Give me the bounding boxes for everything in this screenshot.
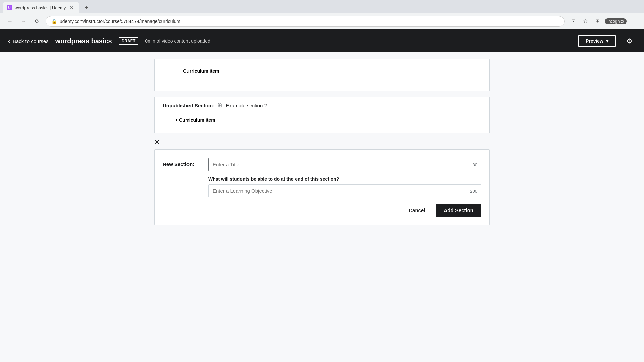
section-2-name: Example section 2 [226, 103, 267, 108]
back-to-courses-link[interactable]: ‹ Back to courses [8, 38, 49, 45]
add-section-label: Add Section [444, 207, 473, 213]
content-wrapper: + Curriculum item Unpublished Section: ⎗… [154, 52, 490, 237]
settings-button[interactable]: ⚙ [623, 34, 636, 48]
section-2-body: + + Curriculum item [155, 114, 489, 133]
menu-icon[interactable]: ⋮ [629, 17, 639, 26]
back-to-courses-label: Back to courses [13, 38, 49, 44]
section-2-card: Unpublished Section: ⎗ Example section 2… [154, 97, 490, 133]
curriculum-item-icon: + [178, 68, 180, 74]
curriculum-item-button-2[interactable]: + + Curriculum item [163, 114, 222, 126]
video-info-text: 0min of video content uploaded [145, 38, 572, 44]
url-text: udemy.com/instructor/course/5784474/mana… [60, 19, 180, 24]
objective-section: What will students be able to do at the … [208, 176, 481, 197]
close-new-section-icon[interactable]: ✕ [154, 139, 160, 145]
profile-icon[interactable]: ⊞ [593, 17, 602, 26]
draft-badge: DRAFT [119, 37, 139, 45]
course-title: wordpress basics [55, 37, 112, 45]
objective-input-wrapper: 200 [208, 184, 481, 197]
preview-chevron-icon: ▾ [606, 38, 608, 44]
cancel-label: Cancel [409, 207, 425, 213]
curriculum-item-button-1[interactable]: + Curriculum item [171, 65, 226, 77]
title-row: New Section: 80 [163, 158, 481, 171]
objective-char-count: 200 [470, 188, 477, 193]
app-header: ‹ Back to courses wordpress basics DRAFT… [0, 29, 644, 52]
forward-nav-button[interactable]: → [19, 17, 28, 26]
back-arrow-icon: ‹ [8, 38, 10, 45]
browser-window: U wordpress basics | Udemy ✕ + ← → ⟳ 🔒 u… [0, 0, 644, 362]
url-bar[interactable]: 🔒 udemy.com/instructor/course/5784474/ma… [46, 16, 565, 27]
title-char-count: 80 [473, 162, 477, 167]
preview-label: Preview [586, 38, 603, 44]
tab-title: wordpress basics | Udemy [15, 5, 66, 10]
tab-close-button[interactable]: ✕ [68, 4, 75, 11]
section-title-input[interactable] [208, 158, 481, 171]
reload-button[interactable]: ⟳ [32, 17, 42, 26]
bookmark-icon[interactable]: ☆ [581, 17, 590, 26]
objective-input[interactable] [208, 184, 481, 197]
curriculum-item-plus-icon-2: + [170, 117, 172, 123]
section-2-doc-icon: ⎗ [218, 102, 222, 108]
tab-bar: U wordpress basics | Udemy ✕ + [0, 0, 644, 13]
section-2-label: Unpublished Section: [163, 103, 214, 108]
new-section-label: New Section: [163, 158, 203, 167]
cancel-button[interactable]: Cancel [402, 204, 432, 217]
main-content: + Curriculum item Unpublished Section: ⎗… [0, 52, 644, 362]
new-section-close-wrapper: ✕ [154, 139, 490, 149]
active-tab[interactable]: U wordpress basics | Udemy ✕ [3, 2, 79, 13]
new-section-form: New Section: 80 What will students be ab… [154, 149, 490, 225]
address-bar: ← → ⟳ 🔒 udemy.com/instructor/course/5784… [0, 13, 644, 29]
objective-question: What will students be able to do at the … [208, 176, 481, 182]
partial-section-body: + Curriculum item [163, 65, 481, 84]
cast-icon[interactable]: ⊡ [569, 17, 578, 26]
partial-section-card: + Curriculum item [154, 59, 490, 91]
preview-button[interactable]: Preview ▾ [578, 35, 616, 47]
curriculum-item-label-2: + Curriculum item [175, 117, 215, 123]
new-tab-button[interactable]: + [80, 2, 92, 13]
incognito-badge: Incognito [605, 18, 627, 24]
back-nav-button[interactable]: ← [5, 17, 15, 26]
form-actions: Cancel Add Section [163, 204, 481, 217]
title-input-wrapper: 80 [208, 158, 481, 171]
browser-actions: ⊡ ☆ ⊞ Incognito ⋮ [569, 17, 639, 26]
section-2-header: Unpublished Section: ⎗ Example section 2 [155, 97, 489, 114]
add-section-button[interactable]: Add Section [436, 204, 481, 217]
lock-icon: 🔒 [51, 19, 57, 24]
tab-favicon: U [7, 5, 12, 10]
curriculum-item-label-1: Curriculum item [183, 68, 219, 74]
